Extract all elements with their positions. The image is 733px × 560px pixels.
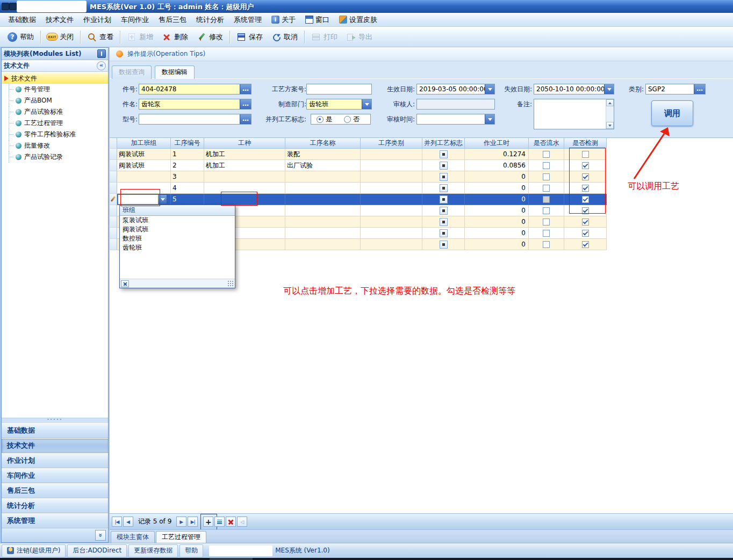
cell-detail-button[interactable] <box>440 241 448 249</box>
cell-check[interactable] <box>564 228 607 239</box>
column-header-name[interactable]: 工序名称 <box>285 138 361 149</box>
unchecked-checkbox-icon[interactable] <box>543 196 550 203</box>
scroll-up-icon[interactable] <box>606 99 614 106</box>
plan-no-input[interactable] <box>306 84 372 94</box>
dropdown-item-2[interactable]: 阀装试班 <box>120 225 235 234</box>
ellipsis-icon[interactable] <box>240 84 251 94</box>
menu-item-workshop[interactable]: 车间作业 <box>116 13 154 26</box>
menu-item-system-mgmt[interactable]: 系统管理 <box>229 13 267 26</box>
cell-category[interactable] <box>361 183 422 194</box>
column-header-check[interactable]: 是否检测 <box>564 138 607 149</box>
cell-check[interactable] <box>564 239 607 250</box>
cell-flow[interactable] <box>529 194 564 205</box>
cell-parallel[interactable] <box>422 216 465 228</box>
cell-detail-button[interactable] <box>440 150 448 158</box>
cell-hours[interactable]: 0 <box>465 171 529 183</box>
save-button[interactable]: 保存 <box>232 30 267 44</box>
cell-parallel[interactable] <box>422 194 465 205</box>
unchecked-checkbox-icon[interactable] <box>543 241 550 248</box>
cell-parallel[interactable] <box>422 171 465 183</box>
sidebar-group-header[interactable]: 技术文件 « <box>2 60 108 72</box>
column-header-flow[interactable]: 是否流水 <box>529 138 564 149</box>
menu-item-about[interactable]: 关于 <box>267 13 300 26</box>
menu-item-window[interactable]: 窗口 <box>300 13 334 26</box>
tree-item-part-no-mgmt[interactable]: 件号管理 <box>2 84 108 95</box>
cell-flow[interactable] <box>529 239 564 250</box>
menu-item-after-sales[interactable]: 售后三包 <box>154 13 191 26</box>
close-icon[interactable] <box>121 280 129 287</box>
nav-delete-button[interactable] <box>226 517 236 527</box>
unchecked-checkbox-icon[interactable] <box>543 207 550 214</box>
sidebar-nav-after-sales[interactable]: 售后三包 <box>2 483 108 498</box>
close-button[interactable]: 关闭 <box>43 30 78 44</box>
cell-detail-button[interactable] <box>440 173 448 181</box>
cell-category[interactable] <box>361 149 422 160</box>
status-logout[interactable]: 注销(超级用户) <box>2 544 66 557</box>
menu-item-statistics[interactable]: 统计分析 <box>191 13 229 26</box>
checked-checkbox-icon[interactable] <box>582 219 589 226</box>
tree-item-part-inspection-standard[interactable]: 零件工序检验标准 <box>2 129 108 140</box>
cell-flow[interactable] <box>529 149 564 160</box>
nav-refresh-button[interactable] <box>237 517 247 527</box>
tree-item-batch-modify[interactable]: 批量修改 <box>2 140 108 151</box>
checked-checkbox-icon[interactable] <box>582 230 589 237</box>
dropdown-column-header[interactable]: 班组 <box>120 205 235 216</box>
cell-parallel[interactable] <box>422 149 465 160</box>
cell-detail-button[interactable] <box>440 195 448 203</box>
cell-detail-button[interactable] <box>440 184 448 192</box>
nav-first-button[interactable] <box>112 517 122 527</box>
effective-date-input[interactable]: 2019-03-05 00:00:00 <box>416 84 495 94</box>
nav-insert-button[interactable] <box>203 517 213 527</box>
cell-category[interactable] <box>361 171 422 183</box>
cell-flow[interactable] <box>529 183 564 194</box>
cell-no[interactable]: 1 <box>171 149 204 160</box>
collapse-icon[interactable]: « <box>97 61 106 70</box>
cell-hours[interactable]: 0 <box>465 194 529 205</box>
dropdown-button[interactable] <box>604 84 614 94</box>
cell-type[interactable]: 机加工 <box>204 160 285 171</box>
cell-hours[interactable]: 0 <box>465 205 529 216</box>
auditor-input[interactable] <box>416 99 495 110</box>
unchecked-checkbox-icon[interactable] <box>543 230 550 237</box>
sidebar-nav-basic-data[interactable]: 基础数据 <box>2 423 108 438</box>
view-button[interactable]: 查看 <box>83 30 118 44</box>
menu-item-skin[interactable]: 设置皮肤 <box>334 13 382 26</box>
radio-no[interactable]: 否 <box>344 115 360 124</box>
nav-last-button[interactable] <box>188 517 198 527</box>
sidebar-nav-statistics[interactable]: 统计分析 <box>2 498 108 513</box>
dropdown-button[interactable] <box>485 114 494 124</box>
status-help[interactable]: 帮助 <box>179 544 203 557</box>
unchecked-checkbox-icon[interactable] <box>543 151 550 158</box>
cell-parallel[interactable] <box>422 205 465 216</box>
unchecked-checkbox-icon[interactable] <box>543 173 550 180</box>
column-header-parallel[interactable]: 并列工艺标志 <box>422 138 465 149</box>
model-input[interactable] <box>139 114 251 125</box>
part-name-input[interactable]: 齿轮泵 <box>139 99 251 110</box>
cell-hours[interactable]: 0.0856 <box>465 160 529 171</box>
scrollbar[interactable] <box>606 99 614 129</box>
cell-hours[interactable]: 0 <box>465 228 529 239</box>
nav-next-button[interactable] <box>176 517 186 527</box>
cell-hours[interactable]: 0.1274 <box>465 149 529 160</box>
sidebar-nav-tech-docs[interactable]: 技术文件 <box>2 438 108 453</box>
cell-category[interactable] <box>361 194 422 205</box>
cell-hours[interactable]: 0 <box>465 239 529 250</box>
audit-time-input[interactable] <box>416 114 495 125</box>
radio-yes[interactable]: 是 <box>317 115 332 124</box>
make-dept-combo[interactable]: 齿轮班 <box>306 99 372 110</box>
expire-date-input[interactable]: 2050-10-10 00:00:00 <box>534 84 614 94</box>
dropdown-button[interactable] <box>362 99 371 109</box>
status-refresh-cache[interactable]: 更新缓存数据 <box>128 544 178 557</box>
cell-flow[interactable] <box>529 160 564 171</box>
cell-name[interactable] <box>285 216 361 228</box>
cell-detail-button[interactable] <box>440 162 448 170</box>
checked-checkbox-icon[interactable] <box>582 241 589 248</box>
menu-item-tech-docs[interactable]: 技术文件 <box>41 13 78 26</box>
unchecked-checkbox-icon[interactable] <box>543 219 550 226</box>
cell-parallel[interactable] <box>422 183 465 194</box>
dropdown-item-3[interactable]: 数控班 <box>120 234 235 243</box>
cell-parallel[interactable] <box>422 160 465 171</box>
tab-data-query[interactable]: 数据查询 <box>112 66 152 79</box>
cell-hours[interactable]: 0 <box>465 216 529 228</box>
menu-item-basic-data[interactable]: 基础数据 <box>3 13 41 26</box>
